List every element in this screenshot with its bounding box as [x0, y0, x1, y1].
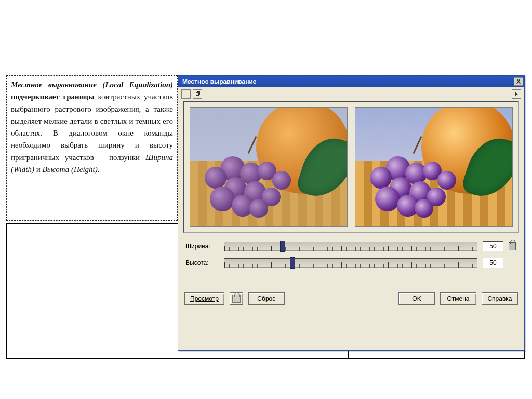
height-slider[interactable]	[224, 258, 477, 268]
preview-result[interactable]	[355, 107, 513, 227]
expand-button[interactable]	[512, 89, 521, 99]
dialog-title: Местное выравнивание	[182, 78, 256, 85]
lock-icon[interactable]	[509, 242, 516, 250]
preview-button[interactable]: Просмотр	[184, 292, 224, 305]
height-label: Высота:	[185, 259, 219, 267]
dialog-button-bar: Просмотр Сброс OK Отмена Справка	[178, 288, 524, 311]
width-value[interactable]: 50	[483, 241, 503, 251]
single-preview-button[interactable]	[181, 89, 191, 99]
help-button[interactable]: Справка	[482, 292, 518, 305]
lock-preview-button[interactable]	[230, 292, 243, 305]
width-slider[interactable]	[224, 242, 477, 251]
lock-icon	[232, 295, 241, 303]
dialog-titlebar[interactable]: Местное выравнивание X	[178, 76, 524, 87]
table-rule	[6, 358, 525, 359]
dual-preview-button[interactable]	[193, 89, 202, 99]
height-value[interactable]: 50	[483, 258, 503, 268]
cancel-button[interactable]: Отмена	[440, 292, 476, 305]
preview-area	[183, 101, 519, 233]
preview-original[interactable]	[190, 107, 348, 227]
close-icon[interactable]: X	[514, 77, 523, 86]
local-equalization-dialog: Местное выравнивание X	[178, 75, 525, 351]
reset-button[interactable]: Сброс	[248, 292, 285, 305]
table-rule	[6, 223, 7, 358]
slider-panel: Ширина: 50 Высота: 50	[178, 233, 524, 277]
doc-text-cell: Местное выравнивание (Local Equalization…	[6, 75, 178, 221]
ok-button[interactable]: OK	[398, 292, 435, 305]
dialog-toolbar	[178, 87, 524, 101]
width-label: Ширина:	[185, 243, 219, 250]
divider	[184, 283, 518, 283]
